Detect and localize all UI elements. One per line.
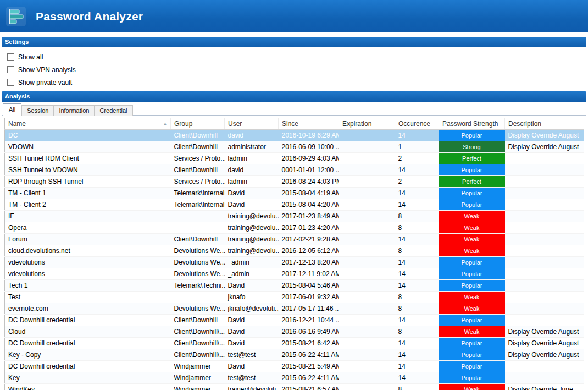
since-cell: 2017-06-01 9:32 AM <box>279 292 339 303</box>
user-cell: David <box>225 199 279 211</box>
group-cell: Devolutions We... <box>171 303 225 315</box>
table-row[interactable]: TM - Client 2Telemark\InternalDavid2015-… <box>5 199 584 211</box>
column-header-description[interactable]: Description <box>505 118 584 130</box>
description-cell <box>505 164 584 176</box>
column-header-password-strength[interactable]: Password Strength <box>439 118 505 130</box>
occurence-cell: 14 <box>395 164 439 176</box>
password-strength-cell: Perfect <box>439 153 505 164</box>
table-row[interactable]: evernote.comDevolutions We...jknafo@devo… <box>5 303 584 315</box>
table-row[interactable]: KeyWindjammertest@test2015-06-22 4:11 AM… <box>5 372 584 384</box>
table-row[interactable]: ForumClient\Downhilltraining@devolu...20… <box>5 234 584 245</box>
since-cell: 2015-08-21 6:57 AM <box>279 384 339 390</box>
table-row[interactable]: RDP through SSH TunnelServices / Proto..… <box>5 176 584 188</box>
occurence-cell: 8 <box>395 245 439 257</box>
since-cell: 0001-01-01 12:00 ... <box>279 164 339 176</box>
description-cell <box>505 315 584 326</box>
tab-all[interactable]: All <box>3 103 21 116</box>
analysis-section: Analysis AllSessionInformationCredential… <box>0 91 588 387</box>
settings-section: Settings Show allShow VPN analysisShow p… <box>0 37 588 91</box>
table-row[interactable]: IEtraining@devolu...2017-01-23 8:49 AM8W… <box>5 211 584 222</box>
password-strength-cell: Popular <box>439 257 505 268</box>
strength-badge: Strong <box>439 141 505 152</box>
table-row[interactable]: TM - Client 1Telemark\InternalDavid2015-… <box>5 188 584 199</box>
expiration-cell <box>339 257 395 268</box>
table-row[interactable]: Key - CopyClient\Downhill\...test@test20… <box>5 349 584 361</box>
user-cell: training@devolu... <box>225 211 279 222</box>
checkbox-show-vpn-analysis[interactable] <box>7 66 14 73</box>
description-cell: Display Override August <box>505 141 584 153</box>
table-row[interactable]: VDOWNClient\Downhilladministrator2016-06… <box>5 141 584 153</box>
expiration-cell <box>339 361 395 372</box>
table-row[interactable]: Tech 1Telemark\Techni...David2015-08-04 … <box>5 280 584 292</box>
since-cell: 2017-01-23 8:49 AM <box>279 211 339 222</box>
since-cell: 2016-12-21 10:44 ... <box>279 315 339 326</box>
column-header-user[interactable]: User <box>225 118 279 130</box>
description-cell: Display Override August <box>505 326 584 338</box>
strength-badge: Perfect <box>439 176 505 187</box>
name-cell: Key - Copy <box>5 349 171 361</box>
table-row[interactable]: DC Downhill credentialWindjammerDavid201… <box>5 361 584 372</box>
expiration-cell <box>339 384 395 390</box>
checkbox-row-show-private-vault[interactable]: Show private vault <box>7 76 588 89</box>
user-cell: _admin <box>225 268 279 280</box>
expiration-cell <box>339 315 395 326</box>
column-header-name[interactable]: Name▲ <box>5 118 171 130</box>
description-cell <box>505 257 584 268</box>
group-cell: Client\Downhill <box>171 234 225 245</box>
table-row[interactable]: SSH Tunnel RDM ClientServices / Proto...… <box>5 153 584 164</box>
table-row[interactable]: DC Downhill credentialClient\Downhill\..… <box>5 338 584 349</box>
checkbox-label: Show private vault <box>18 79 72 86</box>
table-row[interactable]: SSH Tunnel to VDOWNClient\Downhilldavid0… <box>5 164 584 176</box>
table-row[interactable]: Testjknafo2017-06-01 9:32 AM8Weak <box>5 292 584 303</box>
group-cell: Devolutions We... <box>171 268 225 280</box>
analysis-tab-panel: Name▲GroupUserSinceExpirationOccurencePa… <box>2 115 586 387</box>
table-row[interactable]: vdevolutionsDevolutions We..._admin2017-… <box>5 268 584 280</box>
table-row[interactable]: cloud.devolutions.netDevolutions We...tr… <box>5 245 584 257</box>
name-cell: cloud.devolutions.net <box>5 245 171 257</box>
description-cell: Display Override August <box>505 338 584 349</box>
password-strength-cell: Strong <box>439 141 505 153</box>
analysis-table: Name▲GroupUserSinceExpirationOccurencePa… <box>4 118 584 390</box>
description-cell <box>505 268 584 280</box>
group-cell: Windjammer <box>171 372 225 384</box>
user-cell: David <box>225 338 279 349</box>
description-cell <box>505 234 584 245</box>
column-header-expiration[interactable]: Expiration <box>339 118 395 130</box>
description-cell <box>505 199 584 211</box>
strength-badge: Popular <box>439 199 505 210</box>
description-cell: Display Override June <box>505 384 584 390</box>
checkbox-show-private-vault[interactable] <box>7 79 14 86</box>
group-cell: Services / Proto... <box>171 153 225 164</box>
column-header-since[interactable]: Since <box>279 118 339 130</box>
name-cell: VDOWN <box>5 141 171 153</box>
table-row[interactable]: DC Downhill credentialClient\DownhillDav… <box>5 315 584 326</box>
description-cell: Display Override August <box>505 130 584 141</box>
table-row[interactable]: DCClient\Downhilldavid2016-10-19 6:29 AM… <box>5 130 584 141</box>
checkbox-row-show-all[interactable]: Show all <box>7 51 588 63</box>
user-cell: david <box>225 130 279 141</box>
password-analyzer-window: Password Analyzer Settings Show allShow … <box>0 0 588 387</box>
checkbox-row-show-vpn-analysis[interactable]: Show VPN analysis <box>7 63 588 76</box>
expiration-cell <box>339 372 395 384</box>
table-row[interactable]: Operatraining@devolu...2017-01-23 4:20 A… <box>5 222 584 234</box>
occurence-cell: 2 <box>395 153 439 164</box>
strength-badge: Popular <box>439 268 505 279</box>
table-row[interactable]: WindKeyWindjammertrainer@devoluti...2015… <box>5 384 584 390</box>
column-header-occurence[interactable]: Occurence <box>395 118 439 130</box>
name-cell: Key <box>5 372 171 384</box>
table-row[interactable]: vdevolutionsDevolutions We..._admin2017-… <box>5 257 584 268</box>
expiration-cell <box>339 234 395 245</box>
checkbox-show-all[interactable] <box>7 53 14 61</box>
tab-credential[interactable]: Credential <box>95 105 132 116</box>
settings-section-header: Settings <box>2 37 586 47</box>
tab-information[interactable]: Information <box>54 105 95 116</box>
column-header-group[interactable]: Group <box>171 118 225 130</box>
table-row[interactable]: CloudClient\Downhill\...David2016-06-16 … <box>5 326 584 338</box>
strength-badge: Weak <box>439 222 505 233</box>
since-cell: 2016-08-24 4:03 PM <box>279 176 339 188</box>
expiration-cell <box>339 326 395 338</box>
tab-session[interactable]: Session <box>21 105 54 116</box>
name-cell: Opera <box>5 222 171 234</box>
user-cell: training@devolu... <box>225 245 279 257</box>
since-cell: 2016-12-05 6:12 AM <box>279 245 339 257</box>
